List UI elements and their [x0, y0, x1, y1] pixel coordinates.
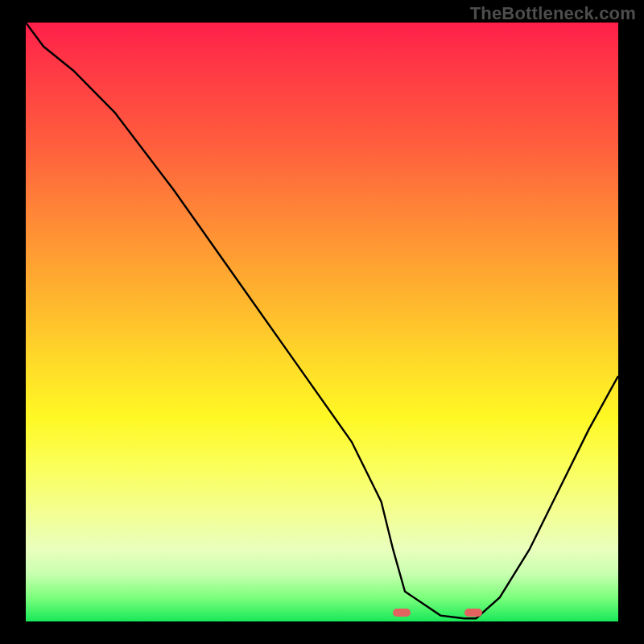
- curve-path: [26, 23, 618, 618]
- optimal-range-marker-right: [464, 609, 482, 617]
- chart-frame: TheBottleneck.com: [0, 0, 644, 644]
- watermark-text: TheBottleneck.com: [470, 3, 636, 24]
- bottleneck-curve: [26, 23, 618, 621]
- optimal-range-marker-left: [393, 609, 411, 617]
